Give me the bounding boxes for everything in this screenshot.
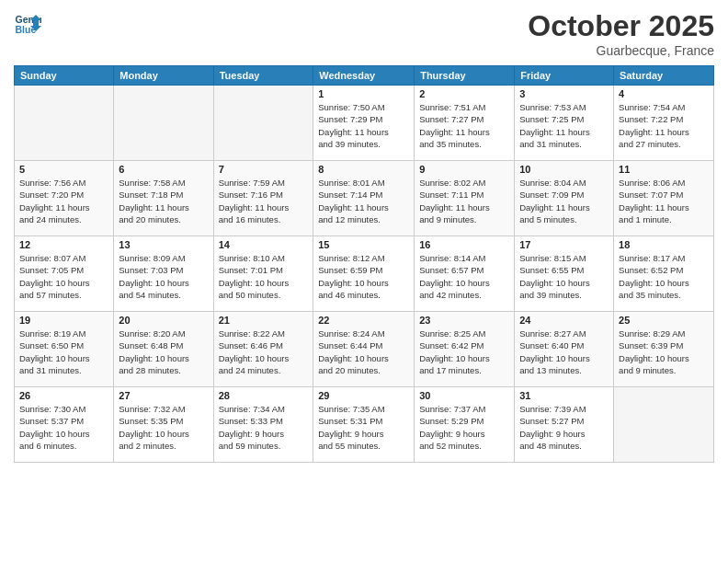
calendar-cell: 29Sunrise: 7:35 AM Sunset: 5:31 PM Dayli…	[313, 387, 415, 463]
calendar-cell: 21Sunrise: 8:22 AM Sunset: 6:46 PM Dayli…	[213, 312, 313, 387]
calendar-week-row: 1Sunrise: 7:50 AM Sunset: 7:29 PM Daylig…	[15, 86, 714, 161]
day-number: 13	[119, 239, 208, 250]
day-info: Sunrise: 7:34 AM Sunset: 5:33 PM Dayligh…	[219, 403, 309, 452]
logo: General Blue	[14, 9, 41, 37]
header-saturday: Saturday	[614, 66, 714, 86]
day-info: Sunrise: 8:24 AM Sunset: 6:44 PM Dayligh…	[318, 327, 409, 376]
day-info: Sunrise: 8:17 AM Sunset: 6:52 PM Dayligh…	[619, 252, 709, 301]
day-info: Sunrise: 8:07 AM Sunset: 7:05 PM Dayligh…	[19, 252, 108, 301]
calendar-cell	[213, 86, 313, 161]
calendar-cell: 20Sunrise: 8:20 AM Sunset: 6:48 PM Dayli…	[114, 312, 213, 387]
day-info: Sunrise: 8:25 AM Sunset: 6:42 PM Dayligh…	[419, 327, 509, 376]
calendar-cell: 17Sunrise: 8:15 AM Sunset: 6:55 PM Dayli…	[515, 236, 614, 312]
day-number: 3	[519, 88, 609, 99]
day-info: Sunrise: 7:35 AM Sunset: 5:31 PM Dayligh…	[318, 403, 409, 452]
calendar-cell: 14Sunrise: 8:10 AM Sunset: 7:01 PM Dayli…	[213, 236, 313, 312]
day-number: 8	[318, 164, 409, 175]
calendar-cell: 27Sunrise: 7:32 AM Sunset: 5:35 PM Dayli…	[114, 387, 213, 463]
day-number: 5	[19, 164, 108, 175]
day-info: Sunrise: 8:15 AM Sunset: 6:55 PM Dayligh…	[519, 252, 609, 301]
day-number: 17	[519, 239, 609, 250]
header-friday: Friday	[515, 66, 614, 86]
day-info: Sunrise: 8:27 AM Sunset: 6:40 PM Dayligh…	[519, 327, 609, 376]
header-thursday: Thursday	[415, 66, 515, 86]
calendar-cell: 3Sunrise: 7:53 AM Sunset: 7:25 PM Daylig…	[515, 86, 614, 161]
header: General Blue October 2025 Guarbecque, Fr…	[14, 9, 714, 58]
calendar-cell: 25Sunrise: 8:29 AM Sunset: 6:39 PM Dayli…	[614, 312, 714, 387]
calendar-cell: 28Sunrise: 7:34 AM Sunset: 5:33 PM Dayli…	[213, 387, 313, 463]
day-number: 18	[619, 239, 709, 250]
day-info: Sunrise: 8:01 AM Sunset: 7:14 PM Dayligh…	[318, 177, 409, 225]
header-monday: Monday	[114, 66, 213, 86]
day-number: 30	[419, 390, 509, 401]
calendar-cell: 26Sunrise: 7:30 AM Sunset: 5:37 PM Dayli…	[15, 387, 114, 463]
day-number: 21	[219, 315, 309, 326]
calendar-cell: 7Sunrise: 7:59 AM Sunset: 7:16 PM Daylig…	[213, 161, 313, 236]
day-info: Sunrise: 8:19 AM Sunset: 6:50 PM Dayligh…	[19, 327, 108, 376]
day-number: 10	[519, 164, 609, 175]
calendar-cell: 24Sunrise: 8:27 AM Sunset: 6:40 PM Dayli…	[515, 312, 614, 387]
calendar-cell: 2Sunrise: 7:51 AM Sunset: 7:27 PM Daylig…	[415, 86, 515, 161]
day-info: Sunrise: 7:50 AM Sunset: 7:29 PM Dayligh…	[318, 101, 409, 150]
calendar-cell: 10Sunrise: 8:04 AM Sunset: 7:09 PM Dayli…	[515, 161, 614, 236]
calendar-cell: 9Sunrise: 8:02 AM Sunset: 7:11 PM Daylig…	[415, 161, 515, 236]
header-tuesday: Tuesday	[213, 66, 313, 86]
day-info: Sunrise: 7:30 AM Sunset: 5:37 PM Dayligh…	[19, 403, 108, 452]
day-number: 9	[419, 164, 509, 175]
day-info: Sunrise: 7:37 AM Sunset: 5:29 PM Dayligh…	[419, 403, 509, 452]
calendar-cell: 6Sunrise: 7:58 AM Sunset: 7:18 PM Daylig…	[114, 161, 213, 236]
calendar-week-row: 12Sunrise: 8:07 AM Sunset: 7:05 PM Dayli…	[15, 236, 714, 312]
day-number: 4	[619, 88, 709, 99]
calendar-cell: 23Sunrise: 8:25 AM Sunset: 6:42 PM Dayli…	[415, 312, 515, 387]
day-number: 31	[519, 390, 609, 401]
day-number: 15	[318, 239, 409, 250]
header-sunday: Sunday	[15, 66, 114, 86]
day-number: 27	[119, 390, 208, 401]
day-number: 11	[619, 164, 709, 175]
day-info: Sunrise: 8:06 AM Sunset: 7:07 PM Dayligh…	[619, 177, 709, 225]
calendar-table: Sunday Monday Tuesday Wednesday Thursday…	[14, 65, 714, 463]
calendar-cell: 13Sunrise: 8:09 AM Sunset: 7:03 PM Dayli…	[114, 236, 213, 312]
day-number: 24	[519, 315, 609, 326]
day-info: Sunrise: 8:14 AM Sunset: 6:57 PM Dayligh…	[419, 252, 509, 301]
calendar-cell: 16Sunrise: 8:14 AM Sunset: 6:57 PM Dayli…	[415, 236, 515, 312]
day-info: Sunrise: 8:09 AM Sunset: 7:03 PM Dayligh…	[119, 252, 208, 301]
calendar-cell: 12Sunrise: 8:07 AM Sunset: 7:05 PM Dayli…	[15, 236, 114, 312]
calendar-cell: 30Sunrise: 7:37 AM Sunset: 5:29 PM Dayli…	[415, 387, 515, 463]
calendar-week-row: 19Sunrise: 8:19 AM Sunset: 6:50 PM Dayli…	[15, 312, 714, 387]
header-wednesday: Wednesday	[313, 66, 415, 86]
day-info: Sunrise: 8:20 AM Sunset: 6:48 PM Dayligh…	[119, 327, 208, 376]
svg-text:Blue: Blue	[16, 24, 37, 35]
calendar-cell: 15Sunrise: 8:12 AM Sunset: 6:59 PM Dayli…	[313, 236, 415, 312]
day-info: Sunrise: 8:04 AM Sunset: 7:09 PM Dayligh…	[519, 177, 609, 225]
day-number: 14	[219, 239, 309, 250]
month-title: October 2025	[528, 9, 714, 43]
location: Guarbecque, France	[528, 43, 714, 58]
day-number: 26	[19, 390, 108, 401]
day-number: 29	[318, 390, 409, 401]
day-number: 20	[119, 315, 208, 326]
day-number: 28	[219, 390, 309, 401]
day-info: Sunrise: 8:29 AM Sunset: 6:39 PM Dayligh…	[619, 327, 709, 376]
day-number: 19	[19, 315, 108, 326]
calendar-cell	[15, 86, 114, 161]
day-number: 6	[119, 164, 208, 175]
calendar-page: General Blue October 2025 Guarbecque, Fr…	[0, 0, 728, 563]
calendar-week-row: 26Sunrise: 7:30 AM Sunset: 5:37 PM Dayli…	[15, 387, 714, 463]
calendar-cell: 22Sunrise: 8:24 AM Sunset: 6:44 PM Dayli…	[313, 312, 415, 387]
calendar-cell: 5Sunrise: 7:56 AM Sunset: 7:20 PM Daylig…	[15, 161, 114, 236]
calendar-cell: 11Sunrise: 8:06 AM Sunset: 7:07 PM Dayli…	[614, 161, 714, 236]
day-info: Sunrise: 8:10 AM Sunset: 7:01 PM Dayligh…	[219, 252, 309, 301]
day-number: 23	[419, 315, 509, 326]
logo-icon: General Blue	[14, 9, 41, 37]
day-number: 2	[419, 88, 509, 99]
day-number: 22	[318, 315, 409, 326]
calendar-cell: 19Sunrise: 8:19 AM Sunset: 6:50 PM Dayli…	[15, 312, 114, 387]
day-info: Sunrise: 8:12 AM Sunset: 6:59 PM Dayligh…	[318, 252, 409, 301]
day-number: 7	[219, 164, 309, 175]
day-info: Sunrise: 7:54 AM Sunset: 7:22 PM Dayligh…	[619, 101, 709, 150]
day-info: Sunrise: 7:53 AM Sunset: 7:25 PM Dayligh…	[519, 101, 609, 150]
day-info: Sunrise: 8:02 AM Sunset: 7:11 PM Dayligh…	[419, 177, 509, 225]
day-info: Sunrise: 7:58 AM Sunset: 7:18 PM Dayligh…	[119, 177, 208, 225]
calendar-cell: 8Sunrise: 8:01 AM Sunset: 7:14 PM Daylig…	[313, 161, 415, 236]
